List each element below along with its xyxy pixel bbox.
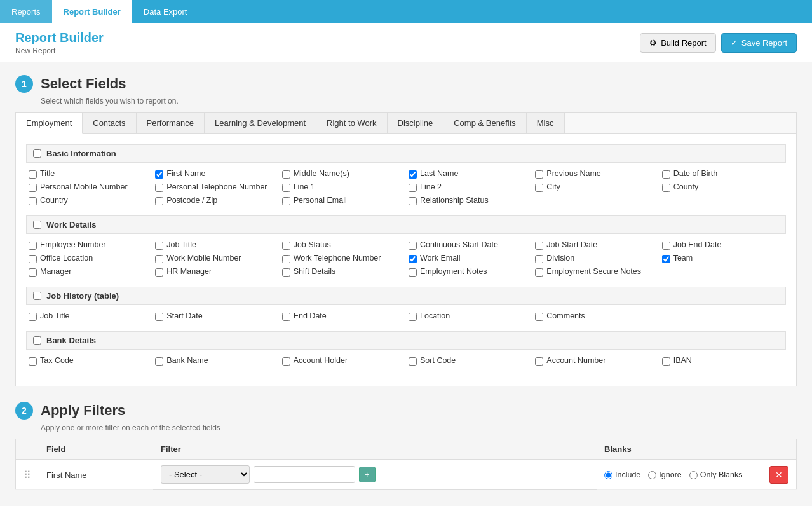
field-dob: Date of Birth [662,169,783,179]
field-dob-checkbox[interactable] [662,170,670,179]
blanks-ignore-option[interactable]: Ignore [648,470,681,479]
th-blanks: Blanks [597,439,762,460]
field-emp-secure-notes-checkbox[interactable] [535,268,543,277]
field-bank-name-checkbox[interactable] [155,357,163,366]
tab-rtw[interactable]: Right to Work [316,113,388,133]
field-employee-number-checkbox[interactable] [29,242,37,250]
field-jh-location: Location [409,311,530,321]
field-postcode-checkbox[interactable] [155,197,163,205]
tab-misc[interactable]: Misc [527,113,565,133]
group-work-details-checkbox[interactable] [33,221,41,229]
blanks-radio-group: Include Ignore Only Blanks [604,470,754,479]
blanks-only-radio[interactable] [689,471,698,479]
field-first-name-checkbox[interactable] [155,170,163,179]
group-job-history-checkbox[interactable] [33,292,41,300]
field-team-checkbox[interactable] [662,255,670,263]
field-job-start-checkbox[interactable] [535,242,543,250]
field-shift-details-checkbox[interactable] [282,268,290,277]
page-subtitle: New Report [15,46,104,55]
field-manager-checkbox[interactable] [29,268,37,277]
field-line1-checkbox[interactable] [282,184,290,192]
tab-contacts[interactable]: Contacts [83,113,136,133]
field-country-checkbox[interactable] [29,197,37,205]
field-jh-comments-checkbox[interactable] [535,313,543,321]
field-work-email-checkbox[interactable] [409,255,417,263]
blanks-ignore-radio[interactable] [648,471,656,479]
job-history-fields: Job Title Start Date End Date Location C… [26,311,786,321]
filter-row-first-name: ⠿ First Name - Select - + [16,460,797,490]
field-sort-code-checkbox[interactable] [409,357,417,366]
field-jh-end-date: End Date [282,311,403,321]
tab-comp[interactable]: Comp & Benefits [443,113,527,133]
tab-discipline[interactable]: Discipline [388,113,444,133]
group-bank-details-checkbox[interactable] [33,336,41,345]
field-work-telephone-checkbox[interactable] [282,255,290,263]
field-relationship-status-checkbox[interactable] [409,197,417,205]
field-personal-mobile: Personal Mobile Number [29,182,150,192]
select-fields-section: 1 Select Fields Select which fields you … [15,75,797,386]
field-last-name-checkbox[interactable] [409,170,417,179]
tab-learning[interactable]: Learning & Development [205,113,316,133]
filter-select-dropdown[interactable]: - Select - [161,465,250,484]
filter-remove-button[interactable]: ✕ [769,466,788,484]
field-account-number-checkbox[interactable] [535,357,543,366]
field-job-end-checkbox[interactable] [662,242,670,250]
nav-tab-reports[interactable]: Reports [0,0,52,23]
save-report-button[interactable]: ✓ Save Report [721,33,797,53]
field-tax-code-checkbox[interactable] [29,357,37,366]
field-middle-names: Middle Name(s) [282,169,403,179]
group-job-history: Job History (table) Job Title Start Date… [26,287,786,321]
field-jh-location-checkbox[interactable] [409,313,417,321]
group-basic-info-checkbox[interactable] [33,149,41,158]
field-jh-job-title-checkbox[interactable] [29,313,37,321]
field-employee-number: Employee Number [29,240,150,250]
blanks-only-option[interactable]: Only Blanks [689,470,743,479]
blanks-include-option[interactable]: Include [604,470,640,479]
group-bank-details-label: Bank Details [46,336,96,345]
field-previous-name-checkbox[interactable] [535,170,543,179]
bank-details-fields: Tax Code Bank Name Account Holder Sort C… [26,356,786,366]
field-division-checkbox[interactable] [535,255,543,263]
fields-panel: Basic Information Title First Name Middl… [15,133,797,386]
blanks-cell: Include Ignore Only Blanks [597,460,762,490]
field-job-title-checkbox[interactable] [155,242,163,250]
field-emp-secure-notes: Employment Secure Notes [535,267,656,277]
field-personal-email-checkbox[interactable] [282,197,290,205]
field-continuous-start-checkbox[interactable] [409,242,417,250]
filter-add-button[interactable]: + [359,467,376,482]
field-personal-email: Personal Email [282,196,403,205]
field-county: County [662,182,783,192]
blanks-include-radio[interactable] [604,471,612,479]
field-line2-checkbox[interactable] [409,184,417,192]
drag-handle-icon[interactable]: ⠿ [24,470,31,481]
field-iban-checkbox[interactable] [662,357,670,366]
tab-performance[interactable]: Performance [137,113,205,133]
nav-tab-data-export[interactable]: Data Export [132,0,199,23]
tab-employment[interactable]: Employment [16,113,83,134]
filter-text-input[interactable] [254,466,355,483]
field-personal-mobile-checkbox[interactable] [29,184,37,192]
build-report-button[interactable]: ⚙ Build Report [640,33,716,53]
field-county-checkbox[interactable] [662,184,670,192]
field-account-holder-checkbox[interactable] [282,357,290,366]
field-jh-job-title: Job Title [29,311,150,321]
field-emp-notes-checkbox[interactable] [409,268,417,277]
field-work-mobile-checkbox[interactable] [155,255,163,263]
field-city-checkbox[interactable] [535,184,543,192]
field-bank-name: Bank Name [155,356,276,366]
top-navigation: Reports Report Builder Data Export [0,0,812,23]
field-account-number: Account Number [535,356,656,366]
field-personal-telephone-checkbox[interactable] [155,184,163,192]
nav-tab-report-builder[interactable]: Report Builder [52,0,132,23]
select-fields-header: 1 Select Fields [15,75,797,93]
field-title-checkbox[interactable] [29,170,37,179]
field-work-telephone: Work Telephone Number [282,254,403,263]
field-middle-names-checkbox[interactable] [282,170,290,179]
field-office-location-checkbox[interactable] [29,255,37,263]
field-jh-end-date-checkbox[interactable] [282,313,290,321]
field-job-status-checkbox[interactable] [282,242,290,250]
field-iban: IBAN [662,356,783,366]
field-jh-start-date-checkbox[interactable] [155,313,163,321]
group-job-history-header: Job History (table) [26,287,786,305]
field-hr-manager-checkbox[interactable] [155,268,163,277]
